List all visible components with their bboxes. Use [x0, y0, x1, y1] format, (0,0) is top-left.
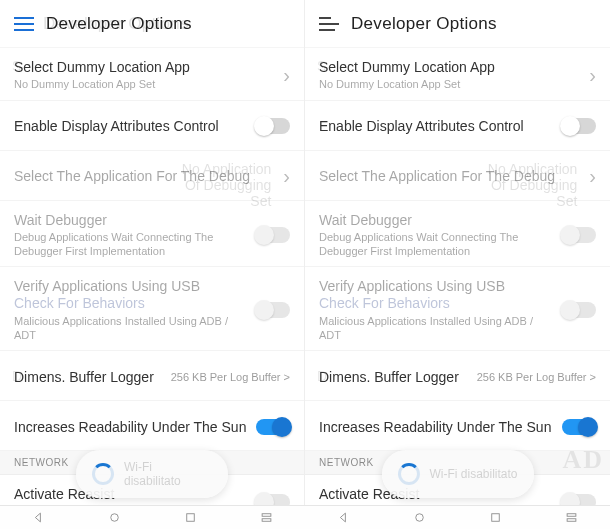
toast-text: Wi-Fi disabilitato [429, 467, 517, 481]
toggle-verify-usb [562, 302, 596, 318]
chevron-right-icon: › [589, 65, 596, 85]
label: Dimens. Buffer Logger [319, 369, 459, 385]
svg-rect-1 [187, 514, 195, 522]
subtitle: Debug Applications Wait Connecting The D… [14, 231, 248, 259]
toggle-verify-usb [256, 302, 290, 318]
subtitle: No Dummy Location App Set [319, 78, 581, 92]
toggle-wait-debugger [562, 227, 596, 243]
row-verify-usb: Verify Applications Using USB Check For … [0, 267, 304, 351]
buffer-value: 256 KB Per Log Buffer > [477, 371, 596, 383]
row-dummy-location[interactable]: S Select Dummy Location App No Dummy Loc… [0, 48, 304, 101]
loading-toast: Wi-Fi disabilitato [76, 450, 228, 498]
label: Verify Applications Using USB [319, 278, 505, 294]
label: Enable Display Attributes Control [319, 118, 524, 134]
svg-point-4 [416, 514, 424, 522]
toggle-wait-debugger [256, 227, 290, 243]
subtitle: Debug Applications Wait Connecting The D… [319, 231, 554, 259]
label: Select The Application For The Debug [14, 168, 250, 184]
row-debug-app[interactable]: Select The Application For The Debug No … [305, 151, 610, 201]
nav-recent-icon[interactable] [488, 510, 503, 525]
svg-rect-3 [263, 519, 272, 522]
chevron-right-icon: › [283, 166, 290, 186]
spinner-icon [397, 463, 419, 485]
label: Wait Debugger [14, 212, 107, 228]
toast-text: Wi-Fi disabilitato [124, 460, 212, 488]
svg-rect-6 [568, 514, 577, 517]
chevron-right-icon: › [283, 65, 290, 85]
svg-point-0 [111, 514, 119, 522]
loading-toast: Wi-Fi disabilitato [381, 450, 533, 498]
hamburger-icon[interactable] [14, 17, 34, 31]
row-display-attributes[interactable]: Enable Display Attributes Control [0, 101, 304, 151]
nav-split-icon[interactable] [259, 510, 274, 525]
toggle-display-attributes[interactable] [256, 118, 290, 134]
nav-recent-icon[interactable] [183, 510, 198, 525]
svg-rect-2 [263, 514, 272, 517]
row-wait-debugger: Wait Debugger Debug Applications Wait Co… [0, 201, 304, 268]
page-title: Developer Options [351, 14, 497, 34]
label: Select The Application For The Debug [319, 168, 555, 184]
ghost-subtitle: Check For Behaviors [319, 295, 554, 313]
android-navbar [0, 505, 610, 529]
buffer-value: 256 KB Per Log Buffer > [171, 371, 290, 383]
svg-rect-7 [568, 519, 577, 522]
label: Dimens. Buffer Logger [14, 369, 154, 385]
page-title: Developer Options [46, 14, 192, 33]
label: Select Dummy Location App [319, 59, 495, 75]
row-dummy-location[interactable]: S Select Dummy Location App No Dummy Loc… [305, 48, 610, 101]
header: Developer Options [305, 0, 610, 48]
label: Verify Applications Using USB [14, 278, 200, 294]
toggle-reassist [562, 494, 596, 505]
row-buffer-logger[interactable]: D Dimens. Buffer Logger 256 KB Per Log B… [0, 351, 304, 401]
nav-back-icon[interactable] [31, 510, 46, 525]
label: Enable Display Attributes Control [14, 118, 219, 134]
nav-home-icon[interactable] [107, 510, 122, 525]
nav-split-icon[interactable] [564, 510, 579, 525]
chevron-right-icon: › [589, 166, 596, 186]
row-readability[interactable]: Increases Readability Under The Sun [0, 401, 304, 451]
label: Select Dummy Location App [14, 59, 190, 75]
header: Developer Options Developer Options [0, 0, 304, 48]
nav-home-icon[interactable] [412, 510, 427, 525]
label: Wait Debugger [319, 212, 412, 228]
row-display-attributes[interactable]: Enable Display Attributes Control [305, 101, 610, 151]
label: Increases Readability Under The Sun [319, 419, 551, 435]
row-buffer-logger[interactable]: D Dimens. Buffer Logger 256 KB Per Log B… [305, 351, 610, 401]
nav-back-icon[interactable] [336, 510, 351, 525]
spinner-icon [92, 463, 114, 485]
row-verify-usb: Verify Applications Using USB Check For … [305, 267, 610, 351]
row-wait-debugger: Wait Debugger Debug Applications Wait Co… [305, 201, 610, 268]
label: Increases Readability Under The Sun [14, 419, 246, 435]
settings-panel-right: Developer Options S Select Dummy Locatio… [305, 0, 610, 505]
svg-rect-5 [492, 514, 500, 522]
subtitle: No Dummy Location App Set [14, 78, 275, 92]
subtitle: Malicious Applications Installed Using A… [319, 315, 554, 343]
settings-panel-left: Developer Options Developer Options S Se… [0, 0, 305, 505]
toggle-display-attributes[interactable] [562, 118, 596, 134]
row-readability[interactable]: Increases Readability Under The Sun [305, 401, 610, 451]
toggle-readability[interactable] [256, 419, 290, 435]
ghost-subtitle: Check For Behaviors [14, 295, 248, 313]
subtitle: Malicious Applications Installed Using A… [14, 315, 248, 343]
sort-icon[interactable] [319, 17, 339, 31]
toggle-reassist [256, 494, 290, 505]
toggle-readability[interactable] [562, 419, 596, 435]
row-debug-app[interactable]: Select The Application For The Debug No … [0, 151, 304, 201]
